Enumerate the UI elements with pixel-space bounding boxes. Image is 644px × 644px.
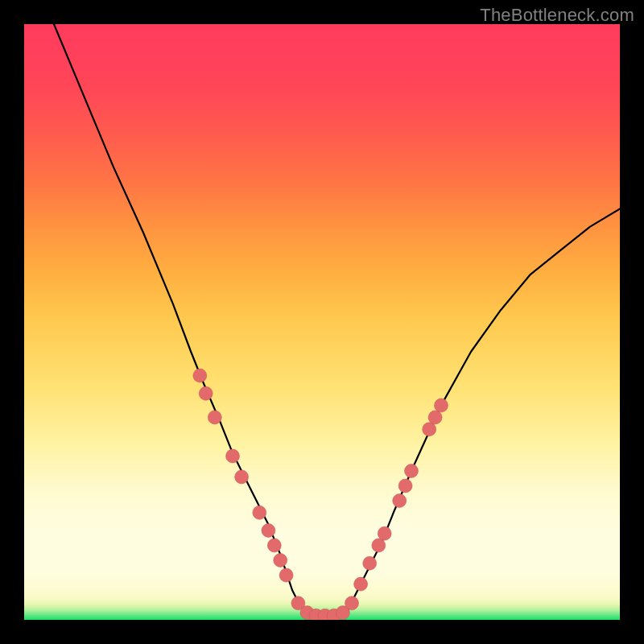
marker-dot	[398, 479, 412, 493]
marker-dot	[378, 526, 391, 540]
watermark-label: TheBottleneck.com	[480, 5, 634, 26]
marker-dot	[435, 398, 448, 412]
outer-frame: TheBottleneck.com	[0, 0, 644, 644]
marker-dot	[208, 411, 221, 424]
marker-dot	[405, 464, 419, 478]
marker-dot	[226, 449, 240, 463]
marker-dot	[274, 554, 287, 568]
marker-dot	[235, 470, 249, 484]
marker-dot	[393, 494, 407, 508]
plot-area	[24, 24, 620, 620]
marker-dot	[354, 577, 368, 591]
bottleneck-curve	[54, 24, 620, 617]
marker-dots	[193, 369, 448, 620]
marker-dot	[267, 539, 281, 552]
marker-dot	[253, 506, 266, 519]
marker-dot	[423, 423, 436, 436]
marker-dot	[363, 556, 377, 570]
marker-dot	[279, 568, 293, 582]
chart-svg	[24, 24, 620, 620]
marker-dot	[345, 597, 359, 610]
marker-dot	[372, 539, 386, 552]
marker-dot	[193, 369, 207, 382]
marker-dot	[428, 411, 442, 424]
marker-dot	[199, 386, 213, 400]
marker-dot	[262, 524, 275, 538]
